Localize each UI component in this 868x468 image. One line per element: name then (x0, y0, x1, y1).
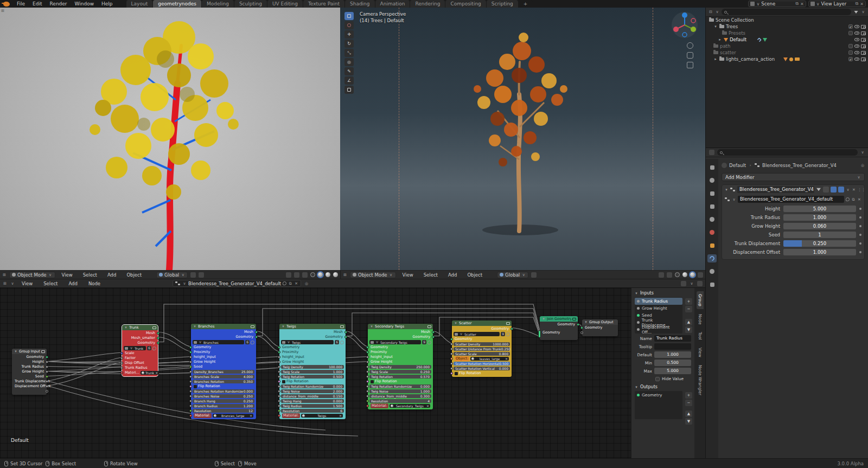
fake-user-icon[interactable] (283, 281, 286, 285)
input-item-grow-height[interactable]: Grow Height (635, 305, 682, 312)
displacement-offset-field[interactable]: 1.000 (783, 249, 856, 255)
node-scatter[interactable]: ▾Scatter Geometry ∨Scatter9 Geometry Sca… (452, 320, 512, 377)
checkbox-unchecked-icon[interactable] (455, 372, 458, 375)
material-chip[interactable]: Brances_large✕ (213, 414, 253, 418)
pin-icon[interactable]: ◎ (304, 281, 309, 286)
viewport-left[interactable]: ⊞ (0, 8, 340, 270)
close-icon[interactable]: ✕ (426, 403, 429, 408)
tab-group[interactable]: Group (697, 291, 704, 309)
eye-icon[interactable] (854, 44, 859, 48)
blender-logo-icon[interactable] (3, 2, 10, 7)
fake-user-icon[interactable] (506, 332, 510, 336)
overlays-icon[interactable] (294, 272, 299, 278)
menu-window[interactable]: Window (71, 0, 98, 8)
camera-toggle-icon[interactable] (861, 51, 866, 55)
output-item-geometry[interactable]: Geometry (635, 392, 682, 399)
camera-toggle-icon[interactable] (861, 57, 866, 61)
outliner-row-scene-collection[interactable]: Scene Collection (706, 17, 868, 23)
node-branches[interactable]: ▾Branches Mesh Geometry ∨Branches6 Geome… (191, 324, 256, 419)
new-view-layer-button[interactable]: ⧉ (856, 1, 859, 7)
render-tab-icon[interactable] (707, 176, 717, 184)
camera-view-icon[interactable] (687, 62, 693, 68)
move-down-button[interactable]: ▼ (685, 326, 692, 333)
properties-search-input[interactable] (717, 149, 858, 156)
menu-select[interactable]: Select (420, 271, 442, 279)
snap-magnet-icon[interactable] (190, 272, 196, 278)
trunk-radius-field[interactable]: 1.000 (783, 214, 856, 221)
add-workspace-button[interactable]: + (519, 0, 533, 8)
extras-menu-icon[interactable]: ∨ (846, 188, 850, 192)
shading-rendered-icon[interactable] (333, 272, 338, 277)
seed-field[interactable]: 1 (783, 232, 856, 238)
shading-wireframe-icon[interactable] (310, 272, 315, 277)
value-field[interactable]: distance_from_middle0.300 (369, 394, 431, 398)
animate-dot-icon[interactable] (859, 225, 861, 227)
zoom-icon[interactable] (687, 42, 693, 49)
tool-tab-icon[interactable] (707, 163, 717, 171)
min-field[interactable]: 0.500 (654, 360, 691, 366)
move-down-button[interactable]: ▼ (685, 418, 692, 425)
transform-orientation-selector[interactable]: Global ∨ (156, 272, 188, 278)
scene-tab-icon[interactable] (707, 215, 717, 223)
node-group-name-field[interactable]: Blenderesse_Tree_Generator_V4_default (738, 196, 844, 203)
animate-dot-icon[interactable] (859, 242, 861, 245)
node-secondary-twigs[interactable]: ▾Secondary Twigs Mesh Geometry ∨Secondar… (368, 324, 433, 409)
collapse-icon[interactable]: ▾ (724, 188, 729, 192)
chevron-down-icon[interactable]: ∨ (732, 197, 736, 202)
shading-solid-icon[interactable] (682, 272, 687, 277)
eye-icon[interactable] (854, 38, 859, 41)
remove-input-button[interactable]: − (685, 306, 692, 312)
close-icon[interactable]: ✕ (860, 2, 864, 7)
outliner-row-scatter[interactable]: scatter (706, 49, 868, 56)
output-tab-icon[interactable] (707, 189, 717, 197)
value-field[interactable]: Branches Rotation Randomize0.000 (193, 389, 254, 393)
tab-shading[interactable]: Shading (345, 0, 375, 8)
collapse-icon[interactable]: ▾ (454, 321, 458, 325)
menu-object[interactable]: Object (123, 271, 145, 279)
drag-handle-icon[interactable]: ⋮⋮ (858, 188, 862, 192)
remove-output-button[interactable]: − (685, 400, 692, 406)
tab-node-wrangler[interactable]: Node Wrangler (697, 362, 704, 398)
fake-user-icon[interactable] (152, 347, 156, 350)
value-field[interactable]: Branch Radius1.200 (193, 404, 254, 408)
visibility-icon[interactable] (659, 272, 664, 278)
value-field[interactable]: Twig Rotation0.500 (281, 375, 344, 379)
breadcrumb-modifier[interactable]: Blenderesse_Tree_Generator_V4 (762, 163, 837, 168)
unlink-icon[interactable]: ✕ (294, 281, 298, 286)
fake-user-icon[interactable] (846, 197, 850, 201)
checkbox-unchecked-icon[interactable] (848, 44, 853, 48)
menu-node[interactable]: Node (85, 280, 104, 287)
value-field[interactable]: distance_from_middle0.150 (281, 394, 344, 398)
node-editor-canvas[interactable]: Default ▾Group Input Geometry Height Tru… (0, 288, 705, 458)
tab-animation[interactable]: Animation (375, 0, 411, 8)
object-tab-icon[interactable] (707, 241, 717, 249)
physics-tab-icon[interactable] (707, 267, 717, 275)
shading-dropdown-icon[interactable] (698, 272, 703, 278)
tab-sculpting[interactable]: Sculpting (234, 0, 267, 8)
visibility-icon[interactable] (286, 272, 291, 278)
pan-hand-icon[interactable] (687, 52, 693, 59)
collapse-icon[interactable]: ▾ (14, 349, 18, 354)
xray-icon[interactable] (302, 272, 308, 278)
value-field[interactable]: Resolution12 (193, 409, 254, 413)
node-group-selector[interactable]: ∨Trunk6 (122, 345, 158, 351)
pin-icon[interactable]: ◎ (860, 163, 865, 168)
delete-modifier-icon[interactable]: ✕ (852, 188, 856, 192)
height-field[interactable]: 5.000 (783, 206, 856, 212)
fake-user-icon[interactable] (340, 341, 344, 344)
value-field[interactable]: Scatter Scale0.800 (454, 352, 510, 356)
default-field[interactable]: 1.000 (654, 351, 691, 358)
eye-icon[interactable] (854, 25, 859, 28)
animate-dot-icon[interactable] (859, 251, 861, 253)
node-tree-selector[interactable]: ∨ Blenderesse_Tree_Generator_V4_default … (173, 280, 301, 287)
chevron-down-icon[interactable]: ∨ (10, 281, 15, 286)
editor-type-icon[interactable]: ⊞ (2, 273, 7, 277)
value-field[interactable]: Twig Noise1.000 (369, 389, 431, 393)
name-field[interactable]: Trunk Radius (654, 335, 691, 342)
camera-toggle-icon[interactable] (861, 31, 866, 35)
camera-toggle-icon[interactable] (861, 25, 866, 29)
close-icon[interactable]: ✕ (250, 413, 252, 418)
chevron-down-icon[interactable]: ∨ (690, 281, 694, 286)
expand-icon[interactable]: ▸ (713, 57, 718, 61)
menu-select[interactable]: Select (79, 271, 101, 279)
